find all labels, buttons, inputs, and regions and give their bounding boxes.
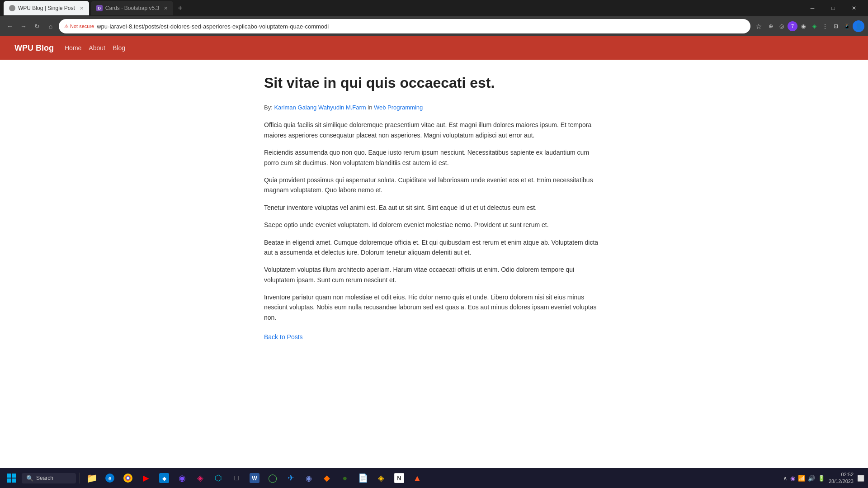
app11-icon: ◯ [268,473,277,483]
taskbar-app-notepad[interactable]: 📄 [355,470,371,486]
taskbar-app-telegram[interactable]: ✈ [283,470,299,486]
notepad-icon: 📄 [358,473,368,483]
taskbar-app-discord[interactable]: ◉ [301,470,317,486]
tab2-close[interactable]: ✕ [164,5,168,11]
para-2: Reiciendis assumenda quo non quo. Eaque … [264,147,604,168]
back-to-posts-link[interactable]: Back to Posts [264,333,303,341]
taskbar-apps: 📁 e ▶ [84,470,781,486]
back-button[interactable]: ← [4,20,16,33]
start-button[interactable] [4,470,20,486]
nav-link-home[interactable]: Home [65,44,81,52]
address-bar[interactable]: ⚠ Not secure wpu-laravel-8.test/posts/es… [59,19,750,33]
post-category[interactable]: Web Programming [374,104,423,111]
taskbar-app-notion[interactable]: N [391,470,407,486]
volume-icon[interactable]: 🔊 [808,475,815,482]
svg-point-9 [127,477,129,479]
notion-icon: N [394,473,404,483]
minimize-button[interactable]: ─ [802,1,823,15]
ext-icon-2[interactable]: ◎ [777,21,787,31]
tab2-favicon: B [96,5,103,11]
nav-link-about[interactable]: About [89,44,105,52]
tab-bar: WPU Blog | Single Post ✕ B Cards · Boots… [0,0,868,16]
tab-bootstrap[interactable]: B Cards · Bootstrap v5.3 ✕ [91,1,173,15]
maximize-button[interactable]: □ [823,1,844,15]
tab1-close[interactable]: ✕ [80,5,84,11]
tab-wpu-blog[interactable]: WPU Blog | Single Post ✕ [4,1,89,15]
taskbar-app-16[interactable]: ◈ [373,470,389,486]
taskbar-search[interactable]: 🔍 Search [22,473,76,483]
post-meta: By: Kariman Galang Wahyudin M.Farm in We… [264,104,604,111]
taskbar-app-9[interactable]: □ [228,470,245,486]
app14-icon: ● [343,474,348,483]
new-tab-button[interactable]: + [175,4,185,13]
taskbar-app-chrome[interactable] [120,470,136,486]
taskbar-app-vscode[interactable]: ◆ [156,470,172,486]
taskbar-app-file-explorer[interactable]: 📁 [84,470,100,486]
security-badge: ⚠ Not secure [64,24,94,29]
warning-icon: ⚠ [64,24,69,29]
taskbar-date-display: 28/12/2023 [829,478,854,485]
ext-icon-1[interactable]: ⊕ [766,21,776,31]
search-icon: 🔍 [26,475,33,482]
para-7: Voluptatem voluptas illum architecto ape… [264,265,604,285]
window-controls: ─ □ ✕ [802,1,864,15]
search-label: Search [36,475,53,481]
app18-icon: ▲ [413,474,421,483]
ext-icon-phone[interactable]: 📱 [842,21,852,31]
profile-icon[interactable]: 👤 [853,20,864,32]
taskbar-clock[interactable]: 02:52 28/12/2023 [829,471,854,485]
battery-icon[interactable]: 🔋 [818,475,825,482]
ext-icon-6[interactable]: ⊡ [831,21,841,31]
taskbar-right: ∧ ◉ 📶 🔊 🔋 02:52 28/12/2023 ⬜ [783,471,864,485]
post-author[interactable]: Kariman Galang Wahyudin M.Farm [274,104,366,111]
extension-icons: ☆ ⊕ ◎ 7 ◉ ◈ ⋮ ⊡ 📱 👤 [752,20,864,33]
para-4: Tenetur inventore voluptas vel animi est… [264,203,604,213]
taskbar-app-word[interactable]: W [246,470,263,486]
taskbar-divider [80,473,80,483]
tab1-favicon [9,5,15,11]
taskbar-app-7[interactable]: ◈ [192,470,208,486]
site-navbar: WPU Blog Home About Blog [0,36,868,60]
taskbar-app-14[interactable]: ● [337,470,353,486]
taskbar-app-youtube[interactable]: ▶ [138,470,154,486]
forward-button[interactable]: → [17,20,30,33]
file-explorer-icon: 📁 [86,473,98,483]
home-button[interactable]: ⌂ [44,20,57,33]
bookmark-icon[interactable]: ☆ [752,20,765,33]
word-icon: W [250,473,259,483]
meta-in: in [366,104,374,111]
colorful-icon[interactable]: ◉ [790,475,795,482]
post-body: Officia quia facilis sit similique dolor… [264,120,604,322]
site-nav-links: Home About Blog [65,44,125,52]
wifi-icon[interactable]: 📶 [798,475,805,482]
ext-icon-5[interactable]: ⋮ [820,21,830,31]
nav-link-blog[interactable]: Blog [113,44,125,52]
discord-icon: ◉ [306,474,312,483]
ext-icon-4[interactable]: ◈ [809,21,819,31]
reload-button[interactable]: ↻ [31,20,43,33]
chevron-up-icon[interactable]: ∧ [783,475,788,482]
svg-text:W: W [252,475,257,482]
svg-rect-1 [12,474,16,478]
close-button[interactable]: ✕ [844,1,864,15]
tab2-label: Cards · Bootstrap v5.3 [105,5,159,11]
taskbar-time-display: 02:52 [829,471,854,478]
show-desktop-icon[interactable]: ⬜ [857,475,864,482]
app6-icon: ◉ [179,473,186,483]
ext-icon-3[interactable]: ◉ [798,21,808,31]
edge-icon: e [105,473,115,483]
security-label: Not secure [70,24,94,29]
tab1-label: WPU Blog | Single Post [18,5,75,11]
svg-rect-2 [7,479,11,483]
taskbar-app-18[interactable]: ▲ [409,470,425,486]
taskbar-app-8[interactable]: ⬡ [210,470,226,486]
taskbar-app-edge[interactable]: e [102,470,118,486]
taskbar-app-13[interactable]: ◆ [319,470,335,486]
para-8: Inventore pariatur quam non molestiae et… [264,292,604,322]
taskbar-app-11[interactable]: ◯ [264,470,281,486]
taskbar-app-6[interactable]: ◉ [174,470,190,486]
svg-text:N: N [397,475,401,482]
para-1: Officia quia facilis sit similique dolor… [264,120,604,140]
ext-icon-7[interactable]: 7 [788,21,797,31]
app13-icon: ◆ [324,473,330,483]
